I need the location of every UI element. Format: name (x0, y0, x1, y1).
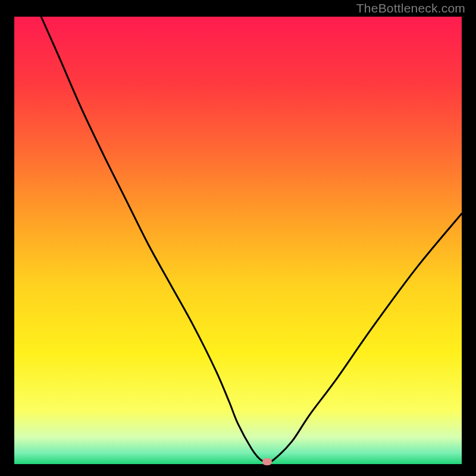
watermark-text: TheBottleneck.com (356, 1, 465, 15)
gradient-rect (14, 17, 462, 464)
optimal-point-marker (262, 458, 272, 465)
chart-frame: TheBottleneck.com (0, 0, 476, 476)
chart-svg (14, 17, 462, 464)
plot-area (14, 17, 462, 464)
